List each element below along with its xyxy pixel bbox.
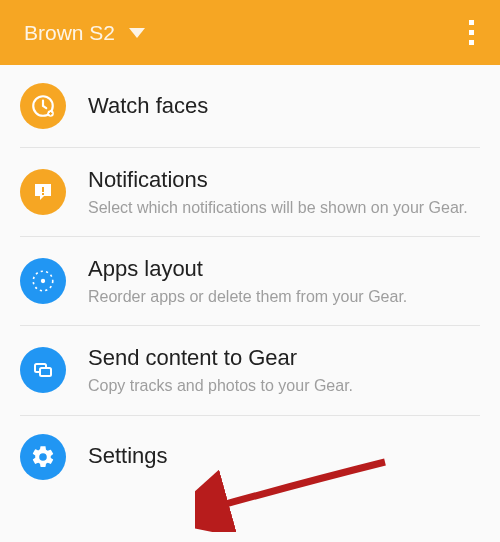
list-item-apps-layout[interactable]: Apps layout Reorder apps or delete them … bbox=[20, 237, 480, 326]
svg-rect-3 bbox=[42, 193, 44, 195]
item-title: Watch faces bbox=[88, 92, 480, 121]
send-content-icon bbox=[20, 347, 66, 393]
item-text: Settings bbox=[88, 442, 480, 471]
list-item-notifications[interactable]: Notifications Select which notifications… bbox=[20, 148, 480, 237]
item-title: Send content to Gear bbox=[88, 344, 480, 373]
item-text: Apps layout Reorder apps or delete them … bbox=[88, 255, 480, 307]
device-name-label: Brown S2 bbox=[24, 21, 115, 45]
item-text: Notifications Select which notifications… bbox=[88, 166, 480, 218]
list-item-watch-faces[interactable]: Watch faces bbox=[20, 65, 480, 148]
item-text: Watch faces bbox=[88, 92, 480, 121]
apps-layout-icon bbox=[20, 258, 66, 304]
item-title: Notifications bbox=[88, 166, 480, 195]
svg-point-5 bbox=[41, 279, 45, 283]
watch-faces-icon bbox=[20, 83, 66, 129]
svg-rect-7 bbox=[40, 368, 51, 376]
overflow-menu-button[interactable] bbox=[463, 14, 480, 51]
gear-icon bbox=[20, 434, 66, 480]
device-selector[interactable]: Brown S2 bbox=[24, 21, 145, 45]
item-text: Send content to Gear Copy tracks and pho… bbox=[88, 344, 480, 396]
chevron-down-icon bbox=[129, 28, 145, 38]
item-title: Apps layout bbox=[88, 255, 480, 284]
settings-list: Watch faces Notifications Select which n… bbox=[0, 65, 500, 498]
app-header: Brown S2 bbox=[0, 0, 500, 65]
list-item-send-content[interactable]: Send content to Gear Copy tracks and pho… bbox=[20, 326, 480, 415]
list-item-settings[interactable]: Settings bbox=[20, 416, 480, 498]
notifications-icon bbox=[20, 169, 66, 215]
dots-vertical-icon bbox=[469, 20, 474, 25]
item-subtitle: Copy tracks and photos to your Gear. bbox=[88, 375, 480, 397]
item-subtitle: Reorder apps or delete them from your Ge… bbox=[88, 286, 480, 308]
item-subtitle: Select which notifications will be shown… bbox=[88, 197, 480, 219]
svg-rect-2 bbox=[42, 187, 44, 192]
item-title: Settings bbox=[88, 442, 480, 471]
